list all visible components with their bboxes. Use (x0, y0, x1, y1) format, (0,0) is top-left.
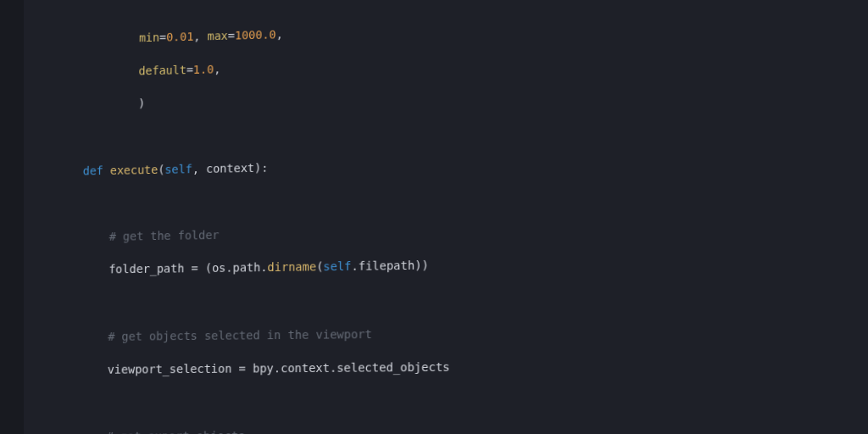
code-block: min=0.01, max=1000.0, default=1.0, ) def… (43, 0, 700, 434)
line-number-gutter (0, 0, 24, 434)
method-dirname: dirname (267, 260, 316, 274)
number-literal: 1.0 (193, 63, 214, 76)
comment: # get the folder (109, 228, 220, 242)
function-name: execute (110, 163, 159, 176)
code-editor[interactable]: min=0.01, max=1000.0, default=1.0, ) def… (0, 0, 868, 434)
kwarg-default: default (138, 64, 186, 78)
identifier: viewport_selection (108, 362, 232, 376)
param-context: context (206, 161, 254, 175)
comment: # get objects selected in the viewport (108, 327, 372, 343)
identifier: folder_path (108, 262, 184, 276)
keyword-def: def (83, 164, 103, 177)
kwarg-max: max (207, 30, 227, 43)
number-literal: 0.01 (166, 31, 193, 44)
kwarg-min: min (139, 31, 159, 45)
comment: # get export objects (107, 430, 246, 434)
number-literal: 1000.0 (235, 28, 276, 42)
param-self: self (164, 162, 192, 175)
